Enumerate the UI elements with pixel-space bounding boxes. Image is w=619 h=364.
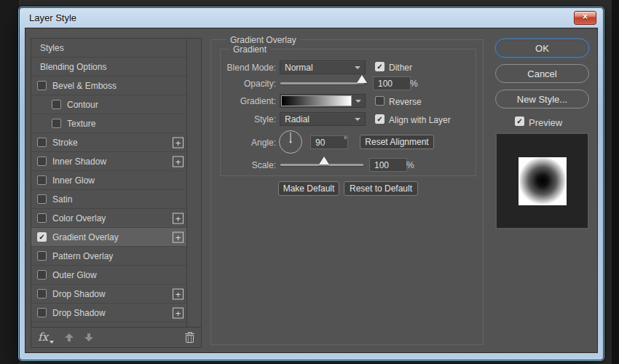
ok-button[interactable]: OK — [495, 39, 589, 58]
sidebar-item-label: Inner Shadow — [52, 157, 106, 167]
sidebar-item-label: Pattern Overlay — [52, 251, 113, 261]
sidebar-item-satin[interactable]: Satin — [31, 190, 186, 209]
reverse-label: Reverse — [389, 97, 422, 107]
unchecked-checkbox[interactable] — [37, 194, 47, 204]
align-with-layer-checkbox[interactable]: ✓ — [375, 114, 385, 124]
sidebar-item-contour[interactable]: Contour — [31, 95, 186, 114]
style-value: Radial — [285, 114, 310, 124]
preview-checkbox[interactable]: ✓ — [515, 116, 524, 126]
opacity-unit: % — [410, 79, 418, 89]
fx-icon: fx — [38, 333, 48, 342]
blend-mode-dropdown[interactable]: Normal — [280, 60, 366, 74]
unchecked-checkbox[interactable] — [37, 157, 47, 166]
style-label: Style: — [196, 114, 276, 124]
sidebar-item-inner-glow[interactable]: Inner Glow — [31, 171, 186, 190]
new-style-button[interactable]: New Style... — [495, 90, 589, 108]
chevron-down-icon — [355, 66, 360, 69]
align-with-layer-label: Align with Layer — [389, 115, 451, 125]
sidebar-item-outer-glow[interactable]: Outer Glow — [31, 266, 186, 285]
sidebar-item-drop-shadow[interactable]: Drop Shadow+ — [31, 304, 186, 323]
sidebar-item-label: Drop Shadow — [52, 308, 106, 318]
style-dropdown[interactable]: Radial — [280, 112, 366, 126]
sidebar-item-label: Bevel & Emboss — [52, 81, 117, 91]
sidebar-item-pattern-overlay[interactable]: Pattern Overlay — [31, 247, 186, 266]
scale-slider[interactable] — [280, 164, 363, 166]
sidebar-item-label: Color Overlay — [52, 213, 106, 223]
reverse-checkbox[interactable] — [375, 96, 385, 106]
radial-gradient-preview — [519, 157, 567, 205]
blend-mode-label: Blend Mode: — [196, 63, 276, 73]
sidebar-item-gradient-overlay[interactable]: ✓Gradient Overlay+ — [31, 228, 186, 247]
unchecked-checkbox[interactable] — [37, 270, 47, 280]
opacity-input[interactable]: 100 — [373, 76, 411, 90]
angle-dial[interactable] — [279, 130, 302, 154]
sidebar-item-label: Inner Glow — [52, 175, 95, 186]
sidebar-item-stroke[interactable]: Stroke+ — [31, 133, 186, 152]
sidebar-item-label: Satin — [52, 194, 72, 205]
unchecked-checkbox[interactable] — [37, 213, 47, 223]
scale-label: Scale: — [196, 160, 276, 170]
sidebar-item-drop-shadow[interactable]: Drop Shadow+ — [31, 285, 186, 304]
sidebar-item-bevel-emboss[interactable]: Bevel & Emboss — [31, 76, 186, 95]
plus-icon[interactable]: + — [173, 232, 184, 242]
plus-icon[interactable]: + — [173, 288, 184, 299]
styles-list: StylesBlending OptionsBevel & EmbossCont… — [31, 39, 187, 327]
gradient-swatch — [282, 96, 351, 106]
gradient-picker[interactable] — [280, 94, 366, 108]
unchecked-checkbox[interactable] — [37, 251, 47, 261]
scale-input[interactable]: 100 — [369, 158, 407, 172]
sidebar-item-inner-shadow[interactable]: Inner Shadow+ — [31, 152, 186, 171]
opacity-slider-thumb[interactable] — [357, 75, 367, 83]
sidebar-item-label: Texture — [67, 119, 95, 129]
titlebar[interactable]: Layer Style × — [20, 8, 603, 28]
unchecked-checkbox[interactable] — [37, 289, 47, 298]
styles-panel: StylesBlending OptionsBevel & EmbossCont… — [31, 38, 202, 348]
unchecked-checkbox[interactable] — [37, 175, 47, 185]
preview-thumbnail — [495, 132, 589, 229]
opacity-slider[interactable] — [280, 82, 364, 84]
unchecked-checkbox[interactable] — [37, 138, 47, 147]
arrow-down-icon[interactable] — [84, 333, 93, 341]
reset-alignment-button[interactable]: Reset Alignment — [360, 135, 434, 149]
plus-icon[interactable]: + — [173, 307, 184, 318]
angle-input[interactable]: 90 — [310, 135, 348, 149]
make-default-button[interactable]: Make Default — [278, 181, 339, 196]
sidebar-item-label: Blending Options — [40, 62, 106, 72]
arrow-up-icon[interactable] — [65, 333, 74, 341]
unchecked-checkbox[interactable] — [37, 308, 47, 317]
gradient-group-title: Gradient — [229, 44, 270, 55]
preview-label: Preview — [529, 117, 562, 128]
scale-unit: % — [406, 160, 414, 170]
sidebar-item-label: Styles — [40, 43, 64, 53]
fx-menu-button[interactable]: fx — [38, 333, 54, 342]
sidebar-item-styles[interactable]: Styles — [31, 39, 186, 58]
chevron-down-icon — [355, 118, 360, 121]
reset-to-default-button[interactable]: Reset to Default — [344, 181, 418, 196]
dither-checkbox[interactable]: ✓ — [375, 62, 385, 71]
sidebar-item-color-overlay[interactable]: Color Overlay+ — [31, 209, 186, 228]
cancel-button[interactable]: Cancel — [495, 64, 589, 83]
sidebar-item-label: Drop Shadow — [52, 289, 106, 299]
angle-label: Angle: — [196, 138, 276, 148]
plus-icon[interactable]: + — [173, 156, 184, 167]
layer-style-dialog: Layer Style × StylesBlending OptionsBeve… — [19, 7, 604, 360]
unchecked-checkbox[interactable] — [52, 119, 61, 128]
sidebar-item-texture[interactable]: Texture — [31, 114, 186, 133]
plus-icon[interactable]: + — [173, 213, 184, 223]
trash-icon[interactable] — [185, 333, 194, 343]
close-button[interactable]: × — [574, 11, 596, 25]
unchecked-checkbox[interactable] — [52, 100, 61, 109]
sidebar-item-blending-options[interactable]: Blending Options — [31, 58, 186, 76]
scale-slider-thumb[interactable] — [319, 157, 329, 165]
dither-label: Dither — [389, 63, 412, 73]
opacity-label: Opacity: — [196, 79, 276, 89]
checked-checkbox[interactable]: ✓ — [37, 232, 47, 242]
caret-down-icon — [50, 341, 54, 344]
sidebar-item-label: Gradient Overlay — [52, 232, 119, 242]
angle-unit: ° — [344, 135, 347, 145]
gradient-label: Gradient: — [196, 96, 276, 106]
plus-icon[interactable]: + — [173, 137, 184, 148]
styles-footer: fx — [31, 327, 201, 347]
unchecked-checkbox[interactable] — [37, 81, 47, 90]
sidebar-item-label: Contour — [67, 100, 98, 110]
